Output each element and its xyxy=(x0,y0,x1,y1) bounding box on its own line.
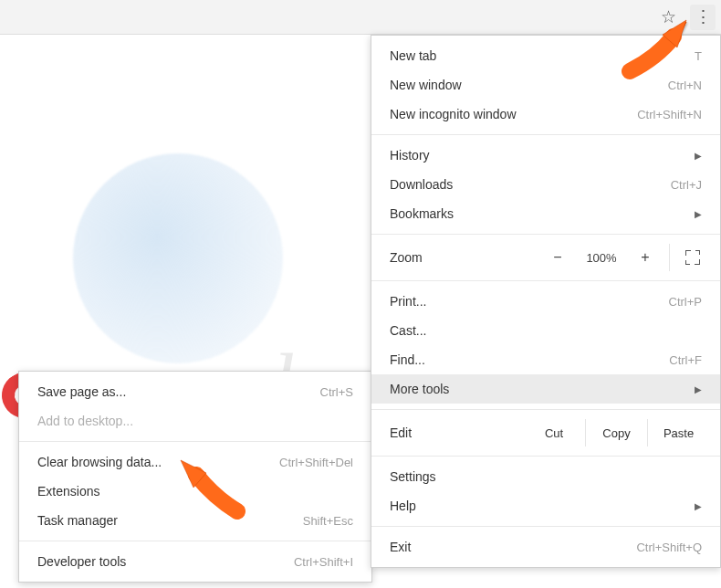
menu-label: Downloads xyxy=(390,177,671,192)
fullscreen-icon xyxy=(685,250,700,265)
submenu-save-page[interactable]: Save page as... Ctrl+S xyxy=(19,377,371,406)
menu-label: Zoom xyxy=(390,250,538,265)
menu-label: New window xyxy=(390,78,668,92)
menu-downloads[interactable]: Downloads Ctrl+J xyxy=(371,170,720,199)
chevron-right-icon: ▶ xyxy=(695,501,702,511)
menu-section-tabs: New tab T New window Ctrl+N New incognit… xyxy=(371,36,720,135)
menu-label: Settings xyxy=(390,469,702,484)
fullscreen-button[interactable] xyxy=(669,244,709,271)
menu-label: Add to desktop... xyxy=(37,414,353,428)
menu-label: New incognito window xyxy=(390,107,637,121)
menu-label: Save page as... xyxy=(37,384,320,399)
edit-cut-button[interactable]: Cut xyxy=(523,419,585,446)
chrome-main-menu: New tab T New window Ctrl+N New incognit… xyxy=(371,35,721,568)
submenu-section-clear: Clear browsing data... Ctrl+Shift+Del Ex… xyxy=(19,442,371,541)
menu-label: New tab xyxy=(390,48,695,63)
menu-label: Help xyxy=(390,499,687,513)
edit-copy-button[interactable]: Copy xyxy=(585,419,647,446)
chevron-right-icon: ▶ xyxy=(695,384,702,394)
submenu-section-save: Save page as... Ctrl+S Add to desktop... xyxy=(19,372,371,442)
menu-label: Extensions xyxy=(37,484,353,499)
menu-shortcut: Ctrl+Shift+Del xyxy=(279,456,353,469)
menu-new-incognito[interactable]: New incognito window Ctrl+Shift+N xyxy=(371,100,720,129)
star-icon[interactable]: ☆ xyxy=(655,5,681,30)
menu-shortcut: Ctrl+F xyxy=(669,353,702,367)
menu-label: More tools xyxy=(390,382,687,396)
menu-more-tools[interactable]: More tools ▶ xyxy=(371,374,720,404)
menu-find[interactable]: Find... Ctrl+F xyxy=(371,345,720,374)
menu-section-exit: Exit Ctrl+Shift+Q xyxy=(371,527,720,567)
menu-help[interactable]: Help ▶ xyxy=(371,491,720,520)
submenu-clear-browsing-data[interactable]: Clear browsing data... Ctrl+Shift+Del xyxy=(19,447,371,477)
menu-section-tools: Print... Ctrl+P Cast... Find... Ctrl+F M… xyxy=(371,281,720,410)
menu-shortcut: Ctrl+S xyxy=(320,385,353,399)
menu-label: Exit xyxy=(390,540,636,554)
more-tools-submenu: Save page as... Ctrl+S Add to desktop...… xyxy=(18,371,372,583)
menu-label: Clear browsing data... xyxy=(37,455,279,469)
menu-shortcut: Ctrl+N xyxy=(668,79,702,92)
submenu-section-dev: Developer tools Ctrl+Shift+I xyxy=(19,541,371,582)
edit-paste-button[interactable]: Paste xyxy=(647,419,709,446)
menu-section-edit: Edit Cut Copy Paste xyxy=(371,410,720,457)
menu-shortcut: Shift+Esc xyxy=(303,514,353,528)
menu-section-settings: Settings Help ▶ xyxy=(371,457,720,527)
menu-shortcut: Ctrl+Shift+Q xyxy=(636,541,702,554)
menu-cast[interactable]: Cast... xyxy=(371,316,720,345)
zoom-out-button[interactable]: − xyxy=(538,244,578,271)
menu-shortcut: T xyxy=(695,49,702,63)
menu-shortcut: Ctrl+J xyxy=(671,178,702,192)
menu-shortcut: Ctrl+P xyxy=(669,295,702,309)
watermark-magnifier xyxy=(73,153,283,363)
menu-label: Bookmarks xyxy=(390,206,687,221)
chevron-right-icon: ▶ xyxy=(695,209,702,219)
menu-new-window[interactable]: New window Ctrl+N xyxy=(371,70,720,100)
menu-label: Developer tools xyxy=(37,554,294,569)
menu-history[interactable]: History ▶ xyxy=(371,141,720,170)
chevron-right-icon: ▶ xyxy=(695,151,702,161)
menu-bookmarks[interactable]: Bookmarks ▶ xyxy=(371,199,720,228)
menu-label: Cast... xyxy=(390,323,702,338)
menu-zoom-row: Zoom − 100% + xyxy=(371,240,720,275)
submenu-extensions[interactable]: Extensions xyxy=(19,477,371,506)
menu-print[interactable]: Print... Ctrl+P xyxy=(371,287,720,316)
zoom-in-button[interactable]: + xyxy=(625,244,665,271)
menu-section-zoom: Zoom − 100% + xyxy=(371,235,720,281)
menu-shortcut: Ctrl+Shift+N xyxy=(637,108,702,121)
submenu-task-manager[interactable]: Task manager Shift+Esc xyxy=(19,506,371,535)
menu-exit[interactable]: Exit Ctrl+Shift+Q xyxy=(371,532,720,562)
menu-settings[interactable]: Settings xyxy=(371,462,720,491)
zoom-value: 100% xyxy=(578,244,625,271)
menu-label: Edit xyxy=(390,425,523,440)
menu-label: Print... xyxy=(390,294,669,309)
menu-label: Task manager xyxy=(37,513,303,528)
menu-section-history: History ▶ Downloads Ctrl+J Bookmarks ▶ xyxy=(371,135,720,235)
browser-toolbar: ☆ ⋮ xyxy=(0,0,721,35)
menu-edit-row: Edit Cut Copy Paste xyxy=(371,415,720,450)
menu-label: Find... xyxy=(390,352,669,367)
submenu-developer-tools[interactable]: Developer tools Ctrl+Shift+I xyxy=(19,547,371,576)
menu-new-tab[interactable]: New tab T xyxy=(371,41,720,70)
submenu-add-to-desktop: Add to desktop... xyxy=(19,406,371,436)
menu-shortcut: Ctrl+Shift+I xyxy=(294,555,353,569)
kebab-menu-icon[interactable]: ⋮ xyxy=(690,5,716,30)
menu-label: History xyxy=(390,148,687,163)
